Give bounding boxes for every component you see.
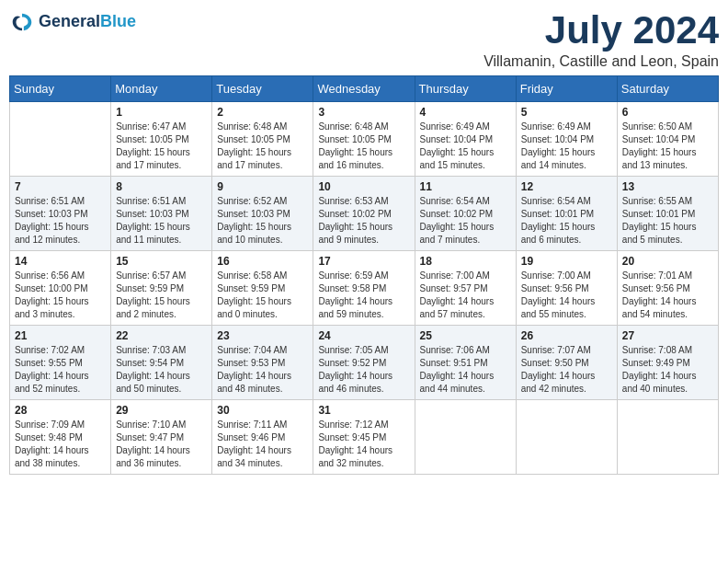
day-number: 31: [318, 404, 409, 417]
logo: GeneralBlue: [9, 9, 136, 35]
day-info: Sunrise: 7:07 AMSunset: 9:50 PMDaylight:…: [521, 344, 612, 396]
day-number: 5: [521, 106, 612, 119]
day-number: 2: [217, 106, 308, 119]
calendar-cell: 26Sunrise: 7:07 AMSunset: 9:50 PMDayligh…: [516, 326, 617, 400]
calendar-cell: 12Sunrise: 6:54 AMSunset: 10:01 PMDaylig…: [516, 177, 617, 251]
day-info: Sunrise: 6:52 AMSunset: 10:03 PMDaylight…: [217, 195, 308, 247]
calendar-cell: 27Sunrise: 7:08 AMSunset: 9:49 PMDayligh…: [617, 326, 718, 400]
day-number: 13: [622, 180, 713, 193]
day-number: 4: [420, 106, 511, 119]
day-number: 6: [622, 106, 713, 119]
calendar-cell: 31Sunrise: 7:12 AMSunset: 9:45 PMDayligh…: [313, 400, 415, 475]
column-header-thursday: Thursday: [415, 76, 516, 102]
calendar-header-row: SundayMondayTuesdayWednesdayThursdayFrid…: [10, 76, 719, 102]
calendar-week-row: 7Sunrise: 6:51 AMSunset: 10:03 PMDayligh…: [10, 177, 719, 251]
calendar-cell: [516, 400, 617, 475]
day-number: 21: [15, 329, 106, 342]
day-number: 28: [15, 404, 106, 417]
day-info: Sunrise: 7:00 AMSunset: 9:56 PMDaylight:…: [521, 270, 612, 321]
calendar-cell: 17Sunrise: 6:59 AMSunset: 9:58 PMDayligh…: [313, 251, 415, 326]
calendar-table: SundayMondayTuesdayWednesdayThursdayFrid…: [9, 75, 719, 475]
day-number: 24: [318, 329, 409, 342]
column-header-saturday: Saturday: [617, 76, 718, 102]
logo-text-block: GeneralBlue: [39, 13, 136, 31]
day-number: 10: [318, 180, 409, 193]
calendar-cell: 21Sunrise: 7:02 AMSunset: 9:55 PMDayligh…: [10, 326, 111, 400]
column-header-monday: Monday: [111, 76, 212, 102]
calendar-cell: 3Sunrise: 6:48 AMSunset: 10:05 PMDayligh…: [313, 102, 415, 177]
calendar-cell: 19Sunrise: 7:00 AMSunset: 9:56 PMDayligh…: [516, 251, 617, 326]
calendar-cell: 20Sunrise: 7:01 AMSunset: 9:56 PMDayligh…: [617, 251, 718, 326]
calendar-cell: 2Sunrise: 6:48 AMSunset: 10:05 PMDayligh…: [212, 102, 313, 177]
day-number: 29: [116, 404, 207, 417]
day-number: 7: [15, 180, 106, 193]
calendar-cell: 11Sunrise: 6:54 AMSunset: 10:02 PMDaylig…: [415, 177, 516, 251]
page-header: GeneralBlue July 2024 Villamanin, Castil…: [9, 9, 719, 70]
calendar-cell: 9Sunrise: 6:52 AMSunset: 10:03 PMDayligh…: [212, 177, 313, 251]
day-info: Sunrise: 7:01 AMSunset: 9:56 PMDaylight:…: [622, 270, 713, 321]
column-header-wednesday: Wednesday: [313, 76, 415, 102]
day-info: Sunrise: 6:51 AMSunset: 10:03 PMDaylight…: [15, 195, 106, 247]
calendar-cell: 15Sunrise: 6:57 AMSunset: 9:59 PMDayligh…: [111, 251, 212, 326]
day-info: Sunrise: 6:48 AMSunset: 10:05 PMDaylight…: [217, 121, 308, 172]
day-number: 9: [217, 180, 308, 193]
day-info: Sunrise: 7:05 AMSunset: 9:52 PMDaylight:…: [318, 344, 409, 396]
day-info: Sunrise: 6:53 AMSunset: 10:02 PMDaylight…: [318, 195, 409, 247]
month-title: July 2024: [483, 9, 719, 52]
calendar-cell: 6Sunrise: 6:50 AMSunset: 10:04 PMDayligh…: [617, 102, 718, 177]
column-header-friday: Friday: [516, 76, 617, 102]
day-number: 16: [217, 255, 308, 268]
day-info: Sunrise: 6:49 AMSunset: 10:04 PMDaylight…: [521, 121, 612, 172]
calendar-cell: 1Sunrise: 6:47 AMSunset: 10:05 PMDayligh…: [111, 102, 212, 177]
day-number: 27: [622, 329, 713, 342]
day-info: Sunrise: 7:00 AMSunset: 9:57 PMDaylight:…: [420, 270, 511, 321]
calendar-cell: 29Sunrise: 7:10 AMSunset: 9:47 PMDayligh…: [111, 400, 212, 475]
day-info: Sunrise: 6:56 AMSunset: 10:00 PMDaylight…: [15, 270, 106, 321]
day-info: Sunrise: 7:04 AMSunset: 9:53 PMDaylight:…: [217, 344, 308, 396]
calendar-week-row: 14Sunrise: 6:56 AMSunset: 10:00 PMDaylig…: [10, 251, 719, 326]
calendar-cell: [10, 102, 111, 177]
day-number: 18: [420, 255, 511, 268]
day-info: Sunrise: 7:12 AMSunset: 9:45 PMDaylight:…: [318, 419, 409, 470]
day-number: 8: [116, 180, 207, 193]
day-info: Sunrise: 6:51 AMSunset: 10:03 PMDaylight…: [116, 195, 207, 247]
day-info: Sunrise: 6:57 AMSunset: 9:59 PMDaylight:…: [116, 270, 207, 321]
day-number: 14: [15, 255, 106, 268]
day-number: 3: [318, 106, 409, 119]
day-info: Sunrise: 6:47 AMSunset: 10:05 PMDaylight…: [116, 121, 207, 172]
day-info: Sunrise: 6:54 AMSunset: 10:01 PMDaylight…: [521, 195, 612, 247]
day-number: 23: [217, 329, 308, 342]
day-info: Sunrise: 6:50 AMSunset: 10:04 PMDaylight…: [622, 121, 713, 172]
day-number: 11: [420, 180, 511, 193]
day-number: 30: [217, 404, 308, 417]
day-number: 25: [420, 329, 511, 342]
day-number: 17: [318, 255, 409, 268]
calendar-cell: 8Sunrise: 6:51 AMSunset: 10:03 PMDayligh…: [111, 177, 212, 251]
calendar-cell: 24Sunrise: 7:05 AMSunset: 9:52 PMDayligh…: [313, 326, 415, 400]
day-info: Sunrise: 7:06 AMSunset: 9:51 PMDaylight:…: [420, 344, 511, 396]
day-number: 26: [521, 329, 612, 342]
day-info: Sunrise: 7:03 AMSunset: 9:54 PMDaylight:…: [116, 344, 207, 396]
day-number: 12: [521, 180, 612, 193]
calendar-week-row: 21Sunrise: 7:02 AMSunset: 9:55 PMDayligh…: [10, 326, 719, 400]
calendar-cell: 25Sunrise: 7:06 AMSunset: 9:51 PMDayligh…: [415, 326, 516, 400]
calendar-week-row: 1Sunrise: 6:47 AMSunset: 10:05 PMDayligh…: [10, 102, 719, 177]
day-info: Sunrise: 7:10 AMSunset: 9:47 PMDaylight:…: [116, 419, 207, 470]
day-info: Sunrise: 6:48 AMSunset: 10:05 PMDaylight…: [318, 121, 409, 172]
day-info: Sunrise: 6:59 AMSunset: 9:58 PMDaylight:…: [318, 270, 409, 321]
calendar-cell: 22Sunrise: 7:03 AMSunset: 9:54 PMDayligh…: [111, 326, 212, 400]
calendar-week-row: 28Sunrise: 7:09 AMSunset: 9:48 PMDayligh…: [10, 400, 719, 475]
location: Villamanin, Castille and Leon, Spain: [483, 53, 719, 70]
calendar-cell: 16Sunrise: 6:58 AMSunset: 9:59 PMDayligh…: [212, 251, 313, 326]
calendar-cell: 30Sunrise: 7:11 AMSunset: 9:46 PMDayligh…: [212, 400, 313, 475]
title-block: July 2024 Villamanin, Castille and Leon,…: [483, 9, 719, 70]
day-number: 22: [116, 329, 207, 342]
day-number: 19: [521, 255, 612, 268]
calendar-cell: 14Sunrise: 6:56 AMSunset: 10:00 PMDaylig…: [10, 251, 111, 326]
calendar-cell: 4Sunrise: 6:49 AMSunset: 10:04 PMDayligh…: [415, 102, 516, 177]
calendar-cell: [415, 400, 516, 475]
calendar-cell: 18Sunrise: 7:00 AMSunset: 9:57 PMDayligh…: [415, 251, 516, 326]
calendar-cell: 7Sunrise: 6:51 AMSunset: 10:03 PMDayligh…: [10, 177, 111, 251]
calendar-cell: 5Sunrise: 6:49 AMSunset: 10:04 PMDayligh…: [516, 102, 617, 177]
day-info: Sunrise: 7:11 AMSunset: 9:46 PMDaylight:…: [217, 419, 308, 470]
